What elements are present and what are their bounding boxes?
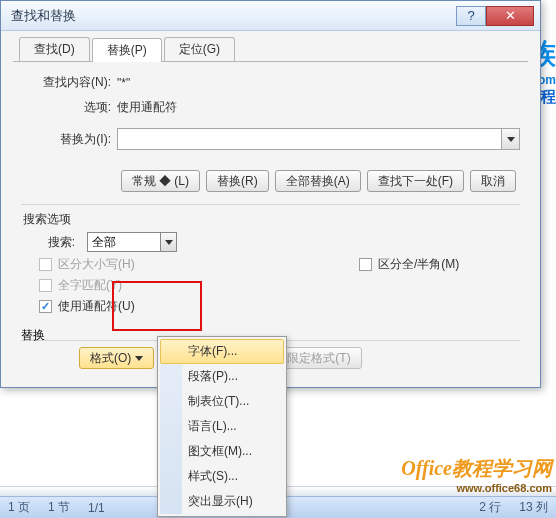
status-page: 1 页 bbox=[8, 499, 30, 516]
help-button[interactable]: ? bbox=[456, 6, 486, 26]
status-pages: 1/1 bbox=[88, 501, 105, 515]
replace-dropdown-button[interactable] bbox=[501, 129, 519, 149]
format-dropdown-menu: 字体(F)... 段落(P)... 制表位(T)... 语言(L)... 图文框… bbox=[157, 336, 287, 517]
status-line: 2 行 bbox=[479, 499, 501, 516]
menu-item-highlight[interactable]: 突出显示(H) bbox=[160, 489, 284, 514]
checkbox-match-case: 区分大小写(H) bbox=[39, 256, 199, 273]
tabs: 查找(D) 替换(P) 定位(G) bbox=[13, 37, 528, 62]
search-scope-value: 全部 bbox=[92, 234, 116, 251]
search-scope-select[interactable]: 全部 bbox=[87, 232, 177, 252]
checkbox-match-halfwidth[interactable]: 区分全/半角(M) bbox=[359, 256, 459, 273]
scope-dropdown-button[interactable] bbox=[160, 233, 176, 251]
menu-item-frame[interactable]: 图文框(M)... bbox=[160, 439, 284, 464]
menu-item-style[interactable]: 样式(S)... bbox=[160, 464, 284, 489]
replace-button[interactable]: 替换(R) bbox=[206, 170, 269, 192]
options-value: 使用通配符 bbox=[117, 99, 520, 116]
menu-item-font[interactable]: 字体(F)... bbox=[160, 339, 284, 364]
find-value: "*" bbox=[117, 76, 520, 90]
format-button[interactable]: 格式(O) bbox=[79, 347, 154, 369]
close-button[interactable]: ✕ bbox=[486, 6, 534, 26]
office-brand: Office教程学习网 www.office68.com bbox=[401, 455, 552, 494]
menu-item-tabs[interactable]: 制表位(T)... bbox=[160, 389, 284, 414]
search-options-label: 搜索选项 bbox=[23, 211, 520, 228]
status-col: 13 列 bbox=[519, 499, 548, 516]
replace-label: 替换为(I): bbox=[21, 131, 117, 148]
tab-goto[interactable]: 定位(G) bbox=[164, 37, 235, 61]
status-section: 1 节 bbox=[48, 499, 70, 516]
chevron-down-icon bbox=[165, 240, 173, 245]
cancel-button[interactable]: 取消 bbox=[470, 170, 516, 192]
dialog-title: 查找和替换 bbox=[11, 7, 456, 25]
search-label: 搜索: bbox=[21, 234, 81, 251]
find-label: 查找内容(N): bbox=[21, 74, 117, 91]
replace-input[interactable] bbox=[117, 128, 520, 150]
tab-replace[interactable]: 替换(P) bbox=[92, 38, 162, 62]
replace-all-button[interactable]: 全部替换(A) bbox=[275, 170, 361, 192]
checkbox-whole-word: 全字匹配(Y) bbox=[39, 277, 199, 294]
find-replace-dialog: 查找和替换 ? ✕ 查找(D) 替换(P) 定位(G) 查找内容(N): "*"… bbox=[0, 0, 541, 388]
chevron-down-icon bbox=[507, 137, 515, 142]
chevron-down-icon bbox=[135, 356, 143, 361]
replace-section-label: 替换 bbox=[21, 327, 71, 344]
titlebar[interactable]: 查找和替换 ? ✕ bbox=[1, 1, 540, 31]
menu-item-language[interactable]: 语言(L)... bbox=[160, 414, 284, 439]
options-label: 选项: bbox=[21, 99, 117, 116]
checkbox-use-wildcards[interactable]: ✓使用通配符(U) bbox=[39, 298, 199, 315]
tab-find[interactable]: 查找(D) bbox=[19, 37, 90, 61]
less-button[interactable]: 常规 ◆ (L) bbox=[121, 170, 200, 192]
menu-item-paragraph[interactable]: 段落(P)... bbox=[160, 364, 284, 389]
find-next-button[interactable]: 查找下一处(F) bbox=[367, 170, 464, 192]
